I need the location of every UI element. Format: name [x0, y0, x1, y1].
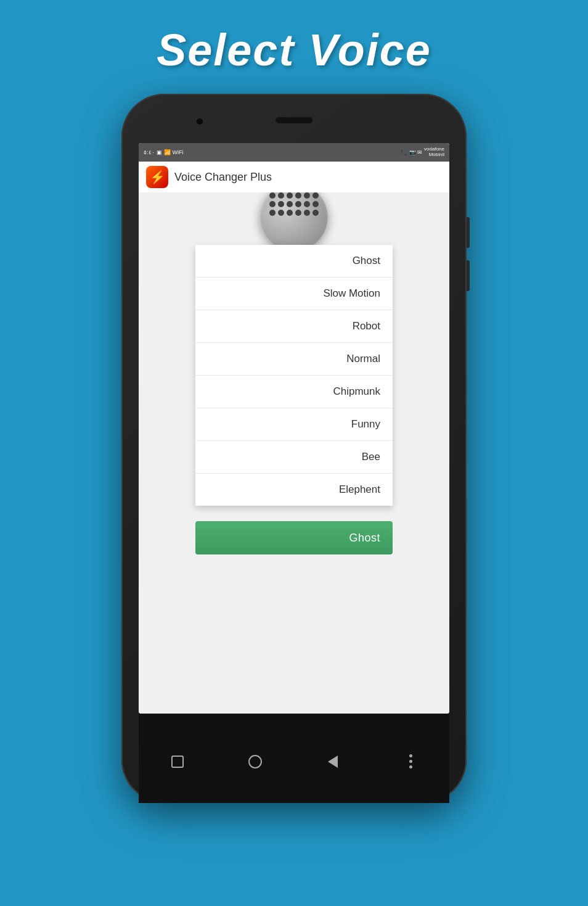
phone-camera — [195, 117, 204, 126]
more-button[interactable] — [398, 749, 423, 774]
mic-dot — [312, 210, 319, 216]
status-bar: ٥:٤٠ ▣ 📶 WiFi 📞 📷 ✉ vodafone Mobinil — [139, 143, 449, 162]
back-icon — [328, 756, 338, 768]
mic-dot — [304, 192, 310, 199]
mic-dot — [295, 210, 301, 216]
phone-speaker — [276, 117, 312, 123]
mic-dot — [304, 210, 310, 216]
voice-option-slow-motion[interactable]: Slow Motion — [195, 278, 393, 310]
select-voice-button[interactable]: Ghost — [195, 521, 393, 554]
mic-dot — [312, 192, 319, 199]
mic-dot — [287, 192, 293, 199]
mic-dot — [287, 201, 293, 207]
app-bar: Voice Changer Plus — [139, 162, 449, 192]
volume-down-button[interactable] — [467, 260, 470, 291]
more-icon — [409, 754, 412, 768]
back-button[interactable] — [321, 749, 345, 774]
volume-up-button[interactable] — [467, 217, 470, 248]
home-button[interactable] — [243, 749, 267, 774]
mic-dot — [269, 210, 276, 216]
mic-dot — [278, 210, 284, 216]
voice-option-elephent[interactable]: Elephent — [195, 474, 393, 506]
app-bar-title: Voice Changer Plus — [174, 171, 272, 184]
carrier-sub: Mobinil — [424, 152, 444, 158]
voice-option-ghost[interactable]: Ghost — [195, 245, 393, 278]
voice-option-normal[interactable]: Normal — [195, 343, 393, 376]
mic-dot — [304, 201, 310, 207]
status-signal: 📶 — [164, 149, 171, 155]
dot-3 — [409, 765, 412, 768]
status-time: ٥:٤٠ — [144, 149, 155, 155]
mic-graphic — [257, 196, 331, 239]
mic-dot — [295, 192, 301, 199]
mic-dot — [269, 201, 276, 207]
mic-dot — [295, 201, 301, 207]
home-icon — [248, 755, 262, 768]
mic-dot — [278, 201, 284, 207]
mic-dot — [278, 192, 284, 199]
nav-bar — [139, 714, 449, 803]
voice-option-robot[interactable]: Robot — [195, 310, 393, 343]
carrier-info: vodafone Mobinil — [424, 147, 444, 158]
voice-option-bee[interactable]: Bee — [195, 441, 393, 474]
voice-option-chipmunk[interactable]: Chipmunk — [195, 376, 393, 408]
mic-circle — [260, 192, 328, 251]
screen-content: Ghost Slow Motion Robot Normal Chipmunk … — [139, 192, 449, 714]
status-icons: 📞 📷 ✉ — [401, 149, 422, 155]
phone-device: ٥:٤٠ ▣ 📶 WiFi 📞 📷 ✉ vodafone Mobinil Voi… — [121, 94, 467, 803]
status-right: 📞 📷 ✉ vodafone Mobinil — [401, 147, 444, 158]
voice-option-funny[interactable]: Funny — [195, 408, 393, 441]
voice-options-list: Ghost Slow Motion Robot Normal Chipmunk … — [195, 245, 393, 506]
dot-1 — [409, 754, 412, 757]
app-icon — [146, 166, 168, 188]
page-title: Select Voice — [157, 25, 431, 75]
recent-apps-icon — [171, 756, 184, 768]
mic-dot — [287, 210, 293, 216]
dot-2 — [409, 760, 412, 763]
recent-apps-button[interactable] — [165, 749, 190, 774]
mic-dot — [269, 192, 276, 199]
status-battery: ▣ — [157, 149, 162, 155]
mic-dot — [312, 201, 319, 207]
phone-screen: ٥:٤٠ ▣ 📶 WiFi 📞 📷 ✉ vodafone Mobinil Voi… — [139, 143, 449, 714]
status-wifi: WiFi — [173, 149, 184, 155]
status-left: ٥:٤٠ ▣ 📶 WiFi — [144, 149, 184, 155]
